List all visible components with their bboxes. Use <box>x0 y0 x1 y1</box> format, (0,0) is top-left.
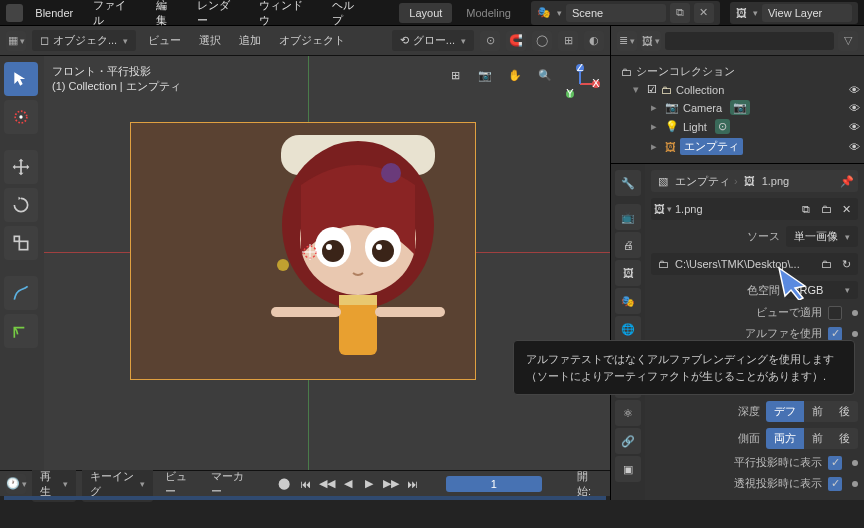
open-icon[interactable]: 🗀 <box>818 201 834 217</box>
orientation-dropdown[interactable]: ⟲グロー...▾ <box>392 30 474 51</box>
header-view[interactable]: ビュー <box>142 30 187 51</box>
refresh-icon[interactable]: ↻ <box>838 256 854 272</box>
snap-icon[interactable]: 🧲 <box>506 31 526 51</box>
overlay-camera-icon[interactable]: 📷 <box>474 64 496 86</box>
breadcrumb-image[interactable]: 1.png <box>762 175 790 187</box>
viewlayer-input[interactable] <box>762 4 852 22</box>
ptab-world[interactable]: 🌐 <box>615 316 641 342</box>
ptab-constraint[interactable]: 🔗 <box>615 428 641 454</box>
jump-start-icon[interactable]: ⏮ <box>298 475 313 493</box>
light-badge-icon: ⊙ <box>715 119 730 134</box>
breadcrumb-empty[interactable]: エンプティ <box>675 174 730 189</box>
image-icon[interactable]: 🖼▾ <box>655 201 671 217</box>
tree-empty[interactable]: ▸🖼エンプティ👁 <box>615 136 860 157</box>
header-add[interactable]: 追加 <box>233 30 267 51</box>
orientation-icon: ⟲ <box>400 34 409 47</box>
anim-dot[interactable] <box>852 331 858 337</box>
tool-annotate[interactable] <box>4 276 38 310</box>
header-object[interactable]: オブジェクト <box>273 30 351 51</box>
eye-icon[interactable]: 👁 <box>849 102 860 114</box>
depth-segmented[interactable]: デフ前後 <box>766 401 858 422</box>
close-icon[interactable]: ✕ <box>838 201 854 217</box>
overlay-hand-icon[interactable]: ✋ <box>504 64 526 86</box>
tool-select[interactable] <box>4 62 38 96</box>
svg-text:X: X <box>592 77 600 89</box>
tool-scale[interactable] <box>4 226 38 260</box>
play-icon[interactable]: ▶ <box>362 475 377 493</box>
copies-icon[interactable]: ⧉ <box>798 201 814 217</box>
autokey-icon[interactable]: ⬤ <box>276 475 291 493</box>
viewport-info-text: フロント・平行投影 (1) Collection | エンプティ <box>52 64 181 95</box>
tool-move[interactable] <box>4 150 38 184</box>
ptab-output[interactable]: 🖨 <box>615 232 641 258</box>
source-dropdown[interactable]: 単一画像▾ <box>786 226 858 247</box>
proportional-icon[interactable]: ◯ <box>532 31 552 51</box>
viewport-canvas[interactable]: フロント・平行投影 (1) Collection | エンプティ ⊞ 📷 ✋ 🔍… <box>44 56 610 470</box>
anim-dot[interactable] <box>852 481 858 487</box>
eye-icon[interactable]: 👁 <box>849 121 860 133</box>
ptab-render[interactable]: 📺 <box>615 204 641 230</box>
next-key-icon[interactable]: ▶▶ <box>383 475 399 493</box>
tab-modeling[interactable]: Modeling <box>456 3 521 23</box>
ptab-viewlayer[interactable]: 🖼 <box>615 260 641 286</box>
light-icon: 💡 <box>665 120 679 133</box>
anim-dot[interactable] <box>852 460 858 466</box>
timeline-editor-icon[interactable]: 🕐▾ <box>6 474 26 494</box>
svg-rect-23 <box>271 307 341 317</box>
tree-scene-collection[interactable]: 🗀シーンコレクション <box>615 62 860 81</box>
persp-checkbox[interactable]: ✓ <box>828 477 842 491</box>
prev-key-icon[interactable]: ◀◀ <box>319 475 335 493</box>
pin-icon[interactable]: 📌 <box>840 175 854 188</box>
current-frame[interactable]: 1 <box>446 476 542 492</box>
scene-name-input[interactable] <box>566 4 666 22</box>
usealpha-checkbox[interactable]: ✓ <box>828 327 842 341</box>
ptab-tool[interactable]: 🔧 <box>615 170 641 196</box>
tool-rotate[interactable] <box>4 188 38 222</box>
collection-icon: 🗀 <box>661 84 672 96</box>
viewastexture-checkbox[interactable] <box>828 306 842 320</box>
outliner-editor-icon[interactable]: ≣▾ <box>617 31 637 51</box>
ptab-data[interactable]: ▣ <box>615 456 641 482</box>
tool-measure[interactable] <box>4 314 38 348</box>
outliner-display-icon[interactable]: 🖼▾ <box>641 31 661 51</box>
tree-collection[interactable]: ▾☑🗀Collection👁 <box>615 81 860 98</box>
timeline-track[interactable] <box>4 496 606 500</box>
image-name-field[interactable]: 1.png <box>675 203 794 215</box>
tree-camera[interactable]: ▸📷Camera📷👁 <box>615 98 860 117</box>
browse-icon[interactable]: 🗀 <box>818 256 834 272</box>
nav-gizmo[interactable]: XZY <box>560 64 600 104</box>
tool-cursor[interactable] <box>4 100 38 134</box>
persp-label: 透視投影時に表示 <box>734 476 822 491</box>
tree-light[interactable]: ▸💡Light⊙👁 <box>615 117 860 136</box>
side-segmented[interactable]: 両方前後 <box>766 428 858 449</box>
tab-layout[interactable]: Layout <box>399 3 452 23</box>
editor-type-icon[interactable]: ▦▾ <box>6 31 26 51</box>
ortho-label: 平行投影時に表示 <box>734 455 822 470</box>
svg-text:Y: Y <box>566 87 574 99</box>
overlay-zoom-icon[interactable]: 🔍 <box>534 64 556 86</box>
play-rev-icon[interactable]: ◀ <box>341 475 356 493</box>
scene-copy-icon[interactable]: ⧉ <box>670 3 690 23</box>
header-select[interactable]: 選択 <box>193 30 227 51</box>
svg-rect-3 <box>19 241 27 249</box>
outliner-filter-icon[interactable]: ▽ <box>838 31 858 51</box>
menu-blender[interactable]: Blender <box>27 3 81 23</box>
jump-end-icon[interactable]: ⏭ <box>405 475 420 493</box>
eye-icon[interactable]: 👁 <box>849 141 860 153</box>
outliner-search[interactable] <box>665 32 834 50</box>
anim-dot[interactable] <box>852 310 858 316</box>
folder-icon[interactable]: 🗀 <box>655 256 671 272</box>
svg-rect-21 <box>339 297 377 355</box>
scene-delete-icon[interactable]: ✕ <box>694 3 714 23</box>
ptab-physics[interactable]: ⚛ <box>615 400 641 426</box>
svg-rect-24 <box>375 307 445 317</box>
ptab-scene[interactable]: 🎭 <box>615 288 641 314</box>
pivot-icon[interactable]: ⊙ <box>480 31 500 51</box>
gizmo-toggle-icon[interactable]: ⊞ <box>558 31 578 51</box>
mode-dropdown[interactable]: ◻オブジェク...▾ <box>32 30 136 51</box>
eye-icon[interactable]: 👁 <box>849 84 860 96</box>
overlay-grid-icon[interactable]: ⊞ <box>444 64 466 86</box>
tooltip: アルファテストではなくアルファブレンディングを使用します （ソートによりアーティ… <box>513 340 855 395</box>
overlay-toggle-icon[interactable]: ◐ <box>584 31 604 51</box>
ortho-checkbox[interactable]: ✓ <box>828 456 842 470</box>
